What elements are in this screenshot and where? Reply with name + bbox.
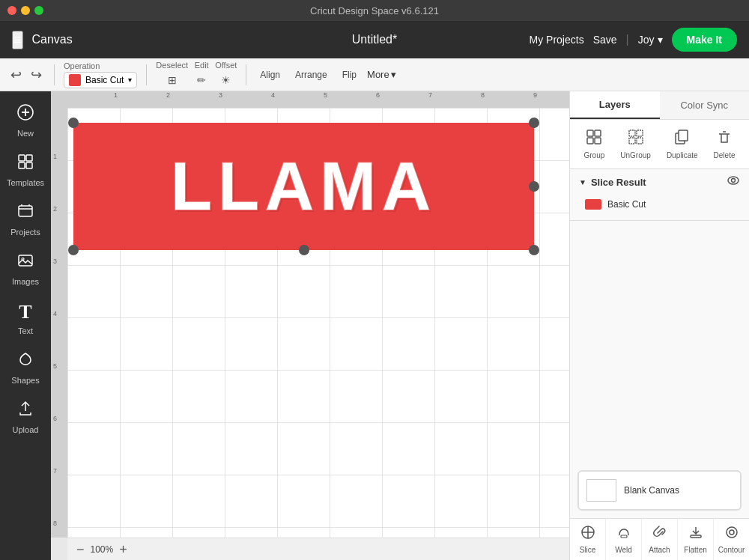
ruler-left-6: 6 bbox=[53, 415, 57, 422]
offset-group: Offset ☀ bbox=[215, 61, 237, 89]
layers-header: ▼ Slice Result bbox=[579, 175, 740, 189]
svg-rect-20 bbox=[637, 138, 643, 144]
ruler-top-3: 3 bbox=[219, 91, 222, 99]
duplicate-button[interactable]: Duplicate bbox=[661, 126, 704, 162]
svg-rect-30 bbox=[691, 535, 701, 538]
align-button[interactable]: Align bbox=[255, 67, 285, 82]
sidebar-item-projects-label: Projects bbox=[10, 228, 40, 237]
deselect-button[interactable]: ⊞ bbox=[165, 71, 180, 89]
redo-button[interactable]: ↪ bbox=[28, 64, 45, 86]
toolbar: ↩ ↪ Operation Basic Cut ▾ Deselect ⊞ Edi… bbox=[0, 58, 749, 91]
undo-button[interactable]: ↩ bbox=[7, 64, 25, 86]
layer-item[interactable]: Basic Cut bbox=[579, 195, 740, 214]
svg-rect-29 bbox=[621, 535, 627, 538]
slice-icon bbox=[580, 525, 595, 544]
slice-button[interactable]: Slice bbox=[570, 519, 606, 560]
resize-handle-br[interactable] bbox=[529, 245, 539, 255]
ruler-left-1: 1 bbox=[53, 153, 57, 160]
group-icon bbox=[586, 129, 602, 149]
resize-handle-bl[interactable] bbox=[68, 245, 79, 255]
svg-rect-14 bbox=[595, 130, 601, 136]
deselect-label: Deselect bbox=[156, 61, 188, 70]
operation-group: Operation Basic Cut ▾ bbox=[64, 61, 137, 88]
layers-section: ▼ Slice Result Basic Cut bbox=[570, 169, 749, 221]
design-rect: LLAMA bbox=[73, 123, 534, 250]
sidebar-item-upload[interactable]: Upload bbox=[3, 394, 48, 440]
arrange-button[interactable]: Arrange bbox=[291, 67, 332, 82]
resize-handle-tr[interactable] bbox=[529, 118, 539, 128]
bottom-tools: Slice Weld Attach Flatten bbox=[570, 518, 749, 560]
collapse-icon[interactable]: ▼ bbox=[579, 178, 586, 186]
sidebar-item-text[interactable]: T Text bbox=[3, 295, 48, 341]
panel-toolbar: Group UnGroup Duplicate Delete bbox=[570, 120, 749, 169]
canvas-area: 1 2 3 4 5 6 7 8 9 1 2 3 4 5 6 7 8 bbox=[51, 91, 569, 560]
close-button[interactable] bbox=[7, 6, 16, 15]
svg-point-25 bbox=[732, 179, 736, 183]
resize-handle-mb[interactable] bbox=[299, 245, 309, 255]
svg-point-31 bbox=[727, 527, 737, 538]
ungroup-icon bbox=[628, 129, 644, 149]
sidebar-item-upload-label: Upload bbox=[13, 425, 39, 434]
delete-button[interactable]: Delete bbox=[708, 126, 742, 162]
sidebar-item-shapes[interactable]: Shapes bbox=[3, 344, 48, 391]
minimize-button[interactable] bbox=[21, 6, 30, 15]
svg-point-32 bbox=[730, 530, 734, 535]
resize-handle-tl[interactable] bbox=[68, 118, 79, 128]
layer-color-thumbnail bbox=[585, 199, 601, 210]
resize-handle-mr[interactable] bbox=[529, 181, 539, 192]
sidebar-item-new[interactable]: New bbox=[3, 97, 48, 144]
ruler-top-9: 9 bbox=[533, 91, 537, 99]
right-panel: Layers Color Sync Group UnGroup bbox=[569, 91, 749, 560]
sidebar-item-images[interactable]: Images bbox=[3, 246, 48, 292]
operation-value: Basic Cut bbox=[85, 75, 124, 85]
svg-rect-18 bbox=[637, 130, 643, 136]
zoom-in-button[interactable]: + bbox=[118, 541, 129, 558]
design-element[interactable]: LLAMA bbox=[73, 123, 534, 250]
delete-label: Delete bbox=[714, 151, 736, 159]
sidebar-item-templates[interactable]: Templates bbox=[3, 147, 48, 193]
make-it-button[interactable]: Make It bbox=[672, 28, 737, 52]
save-button[interactable]: Save bbox=[593, 34, 617, 46]
sidebar-item-images-label: Images bbox=[12, 277, 39, 286]
edit-button[interactable]: ✏ bbox=[194, 71, 209, 89]
blank-canvas-section[interactable]: Blank Canvas bbox=[577, 470, 742, 511]
canvas-grid[interactable]: LLAMA bbox=[67, 108, 569, 538]
machine-selector[interactable]: Joy ▾ bbox=[638, 34, 663, 46]
templates-icon bbox=[16, 153, 34, 175]
undo-redo-group: ↩ ↪ bbox=[7, 64, 45, 86]
operation-select[interactable]: Basic Cut ▾ bbox=[64, 72, 137, 88]
weld-button[interactable]: Weld bbox=[606, 519, 642, 560]
svg-rect-6 bbox=[26, 162, 32, 168]
ruler-top-4: 4 bbox=[271, 91, 275, 99]
offset-button[interactable]: ☀ bbox=[218, 71, 234, 89]
top-nav: ≡ Canvas Untitled* My Projects Save | Jo… bbox=[0, 21, 749, 58]
svg-point-24 bbox=[728, 177, 739, 184]
contour-button[interactable]: Contour bbox=[714, 519, 749, 560]
toolbar-separator-3 bbox=[246, 64, 246, 85]
visibility-icon[interactable] bbox=[727, 175, 740, 189]
maximize-button[interactable] bbox=[34, 6, 43, 15]
my-projects-button[interactable]: My Projects bbox=[530, 34, 584, 46]
more-button[interactable]: More ▾ bbox=[367, 69, 396, 80]
nav-divider: | bbox=[626, 33, 629, 46]
flip-button[interactable]: Flip bbox=[338, 67, 361, 82]
ruler-left-2: 2 bbox=[53, 205, 57, 213]
hamburger-menu[interactable]: ≡ bbox=[12, 31, 23, 49]
design-text: LLAMA bbox=[171, 148, 437, 225]
operation-color bbox=[69, 74, 81, 86]
tab-layers[interactable]: Layers bbox=[570, 91, 660, 119]
attach-button[interactable]: Attach bbox=[642, 519, 678, 560]
svg-rect-17 bbox=[629, 130, 635, 136]
shapes-icon bbox=[16, 350, 34, 373]
toolbar-separator-1 bbox=[54, 64, 55, 85]
group-label: Group bbox=[584, 151, 605, 159]
svg-rect-5 bbox=[19, 162, 25, 168]
delete-icon bbox=[716, 129, 733, 149]
zoom-out-button[interactable]: − bbox=[75, 541, 86, 558]
flatten-button[interactable]: Flatten bbox=[678, 519, 714, 560]
sidebar-item-projects[interactable]: Projects bbox=[3, 196, 48, 243]
ungroup-button[interactable]: UnGroup bbox=[614, 126, 657, 162]
ruler-left: 1 2 3 4 5 6 7 8 bbox=[51, 108, 67, 538]
tab-color-sync[interactable]: Color Sync bbox=[660, 91, 750, 119]
group-button[interactable]: Group bbox=[578, 126, 611, 162]
